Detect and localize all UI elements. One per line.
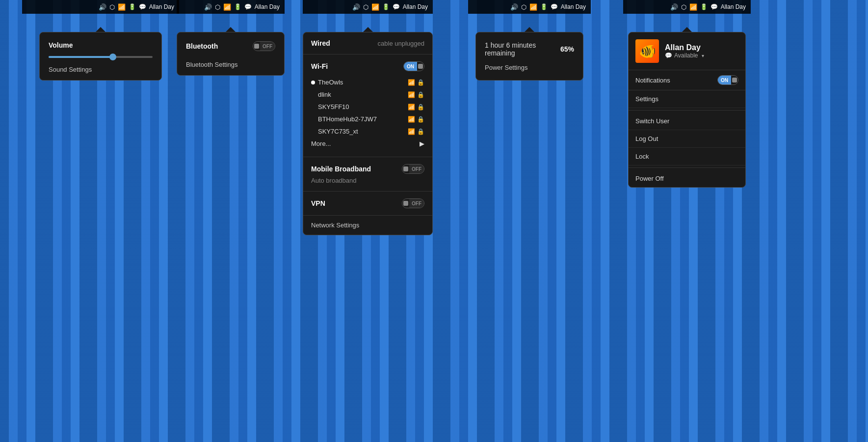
notifications-row: Notifications ON [629,70,745,90]
user-status[interactable]: 💬 Available ▾ [665,52,738,59]
chat-icon-2: 💬 [244,3,252,10]
wifi-item-theowls[interactable]: TheOwls 📶 🔒 [311,76,424,88]
switch-user-menu-item[interactable]: Switch User [629,112,745,130]
wifi-signal-icon-sky7: 📶 [408,128,415,135]
wifi-name-sky5ff10: SKY5FF10 [318,103,349,110]
bluetooth-icon-5: ⬡ [681,3,686,11]
wifi-icon-3: 📶 [371,3,379,11]
username-5[interactable]: Allan Day [721,3,746,10]
vpn-toggle[interactable]: OFF [402,198,424,208]
wifi-more-label: More... [311,140,331,147]
username-4[interactable]: Allan Day [561,3,586,10]
user-header: 🐠 Allan Day 💬 Available ▾ [629,32,745,70]
chat-icon-1: 💬 [139,3,146,10]
wifi-signal-icon: 📶 [408,79,415,86]
bluetooth-icon-2: ⬡ [215,3,220,11]
username-1[interactable]: Allan Day [149,3,174,10]
sound-settings-link[interactable]: Sound Settings [49,66,153,73]
wifi-sky5ff10-icons: 📶 🔒 [408,104,424,110]
volume-slider-track[interactable] [49,56,153,58]
chat-icon-3: 💬 [393,3,400,10]
lock-menu-item[interactable]: Lock [629,148,745,166]
volume-slider-container[interactable] [49,56,153,58]
bluetooth-title: Bluetooth [186,42,218,50]
wifi-item-bthomehub[interactable]: BTHomeHub2-7JW7 📶 🔒 [311,113,424,125]
mobile-broadband-toggle-off[interactable]: OFF [409,165,424,173]
status-text: Available [674,52,698,59]
wifi-item-theowls-left: TheOwls [311,79,343,86]
wifi-bthomehub-icons: 📶 🔒 [408,116,424,123]
battery-icon-2: 🔋 [234,3,241,10]
wifi-item-sky5ff10[interactable]: SKY5FF10 📶 🔒 [311,101,424,113]
log-out-menu-item[interactable]: Log Out [629,130,745,148]
wifi-label: Wi-Fi [311,62,328,70]
topbar-5: 🔊 ⬡ 📶 🔋 💬 Allan Day [623,0,751,14]
wifi-more-item[interactable]: More... ▶ [311,138,424,150]
wifi-name-bthomehub: BTHomeHub2-7JW7 [318,115,377,123]
popup-arrow-1 [96,27,105,32]
bluetooth-icon-4: ⬡ [521,3,526,11]
wifi-active-dot [311,81,315,84]
wifi-toggle-on[interactable]: ON [404,62,417,71]
wifi-sky7c735-icons: 📶 🔒 [408,128,424,135]
wired-status: cable unplugged [378,40,424,47]
bluetooth-icon-1: ⬡ [109,3,115,11]
wifi-item-dlink[interactable]: dlink 📶 🔒 [311,88,424,101]
wifi-item-sky7c735[interactable]: SKY7C735_xt 📶 🔒 [311,125,424,138]
wifi-lock-icon-dlink: 🔒 [417,91,424,98]
bluetooth-popup: Bluetooth OFF Bluetooth Settings [177,32,285,76]
volume-slider-thumb[interactable] [109,54,116,60]
wifi-name-theowls: TheOwls [318,79,343,86]
wifi-icon-5: 📶 [689,3,697,11]
toggle-indicator-wifi [418,64,423,69]
sound-popup: Volume Sound Settings [39,32,162,81]
wifi-item-bthomehub-left: BTHomeHub2-7JW7 [311,115,377,123]
user-name: Allan Day [665,43,738,52]
username-3[interactable]: Allan Day [403,3,428,10]
bluetooth-toggle[interactable]: OFF [253,41,275,51]
wifi-row: Wi-Fi ON [311,61,424,71]
popup-arrow-4 [525,27,534,32]
power-settings-link[interactable]: Power Settings [485,64,574,71]
topbar-3: 🔊 ⬡ 📶 🔋 💬 Allan Day [303,0,433,14]
separator-1 [629,110,745,110]
chat-bubble-icon: 💬 [665,52,672,59]
wifi-dlink-icons: 📶 🔒 [408,91,424,98]
network-settings-link[interactable]: Network Settings [303,216,432,235]
wifi-item-dlink-left: dlink [311,91,331,98]
wifi-lock-icon-bt: 🔒 [417,116,424,123]
notifications-label: Notifications [635,77,670,84]
wifi-item-sky7c735-left: SKY7C735_xt [311,128,358,135]
username-2[interactable]: Allan Day [255,3,280,10]
wired-row: Wired cable unplugged [311,39,424,47]
wifi-signal-icon-dlink: 📶 [408,91,415,98]
power-off-menu-item[interactable]: Power Off [629,170,745,187]
bluetooth-toggle-off[interactable]: OFF [260,42,275,51]
toggle-indicator-vpn [403,201,408,206]
wifi-toggle[interactable]: ON [403,61,424,71]
vpn-toggle-off[interactable]: OFF [409,199,424,208]
mobile-broadband-section: Mobile Broadband OFF Auto broadband [303,157,432,192]
mobile-broadband-toggle[interactable]: OFF [402,164,424,174]
toggle-indicator-mb [403,166,408,171]
volume-icon-3: 🔊 [352,3,360,11]
user-popup: 🐠 Allan Day 💬 Available ▾ Notifications … [628,32,746,188]
toggle-indicator-notif [732,78,737,83]
popup-arrow-2 [226,27,236,32]
mobile-broadband-label: Mobile Broadband [311,165,371,173]
wifi-section: Wi-Fi ON TheOwls 📶 🔒 [303,55,432,157]
settings-menu-item[interactable]: Settings [629,90,745,108]
bluetooth-icon-3: ⬡ [363,3,368,11]
topbar-4: 🔊 ⬡ 📶 🔋 💬 Allan Day [468,0,591,14]
notifications-toggle-on[interactable]: ON [718,76,731,84]
chat-icon-5: 💬 [710,3,718,10]
wifi-lock-icon: 🔒 [417,79,424,86]
avatar: 🐠 [635,39,659,63]
bluetooth-settings-link[interactable]: Bluetooth Settings [186,61,275,68]
notifications-toggle[interactable]: ON [717,75,738,85]
volume-icon-5: 🔊 [670,3,678,11]
chat-icon-4: 💬 [551,3,558,10]
network-popup: Wired cable unplugged Wi-Fi ON TheOwls [303,32,433,235]
wired-section: Wired cable unplugged [303,32,432,55]
vpn-label: VPN [311,199,325,207]
